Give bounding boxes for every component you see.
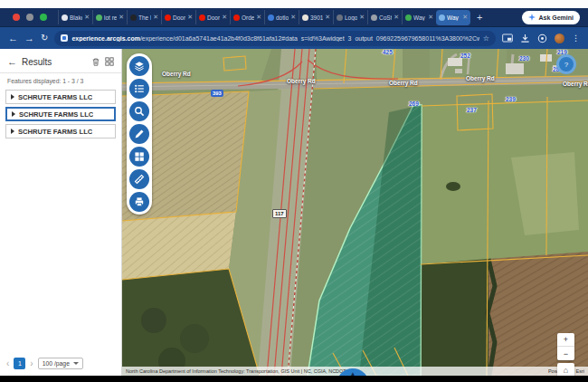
- tab-title: Orde: [242, 14, 254, 21]
- address-bar[interactable]: experience.arcgis.com/experience/d01a6a5…: [54, 31, 496, 46]
- tab-title: Blake: [70, 14, 82, 21]
- browser-tab[interactable]: 3901 ✕: [299, 10, 333, 24]
- road-label: Oberry Rd: [287, 78, 316, 84]
- tab-title: Way: [413, 14, 426, 21]
- basemap-tool-button[interactable]: [129, 147, 149, 167]
- browser-tab[interactable]: lot re ✕: [92, 10, 127, 24]
- highway-shield-badge: 117: [272, 209, 287, 218]
- map-point-marker[interactable]: ?: [556, 54, 576, 74]
- trash-icon[interactable]: [91, 57, 100, 67]
- tab-title: Way: [447, 14, 460, 21]
- parcel-number-label: 252: [460, 53, 470, 59]
- map-view[interactable]: Oberry RdOberry RdOberry RdOberry RdOber…: [122, 49, 588, 376]
- tab-close-icon[interactable]: ✕: [84, 14, 90, 21]
- tab-close-icon[interactable]: ✕: [359, 14, 365, 21]
- road-label: Oberry Rd: [563, 81, 588, 87]
- browser-tab[interactable]: Door ✕: [161, 10, 195, 24]
- toolbar-right-icons: ⋮: [502, 33, 580, 43]
- attribution-text: North Carolina Department of Information…: [126, 368, 357, 374]
- parcel-number-label: 237: [467, 107, 477, 113]
- tab-close-icon[interactable]: ✕: [325, 14, 330, 21]
- browser-tab[interactable]: Blake ✕: [58, 10, 92, 24]
- browser-tab[interactable]: dotlo ✕: [264, 10, 299, 24]
- expand-caret-icon[interactable]: [11, 129, 14, 134]
- fullscreen-window-button[interactable]: [40, 14, 47, 21]
- next-page-icon[interactable]: ›: [30, 358, 33, 368]
- profile-avatar[interactable]: [555, 33, 564, 43]
- browser-tab[interactable]: The F ✕: [127, 10, 161, 24]
- page-size-select[interactable]: 100 /page: [38, 358, 83, 369]
- tab-favicon: [130, 14, 137, 21]
- bottom-border: [0, 376, 588, 382]
- tab-title: Door: [207, 14, 220, 21]
- search-tool-button[interactable]: [129, 101, 149, 121]
- home-extent-button[interactable]: ⌂: [557, 363, 574, 376]
- tab-close-icon[interactable]: ✕: [462, 14, 468, 21]
- browser-tab[interactable]: Orde ✕: [230, 10, 264, 24]
- extensions-icon[interactable]: [537, 33, 547, 43]
- layers-tool-button[interactable]: [129, 56, 149, 76]
- zoom-in-button[interactable]: +: [557, 333, 574, 347]
- minimize-window-button[interactable]: [26, 14, 33, 21]
- browser-tab[interactable]: Logo ✕: [333, 10, 367, 24]
- road-label: Oberry Rd: [466, 75, 495, 81]
- expand-caret-icon[interactable]: [12, 111, 15, 117]
- page-size-value: 100 /page: [43, 360, 70, 367]
- pagination: ‹ 1 › 100 /page: [6, 358, 83, 369]
- zoom-out-button[interactable]: −: [557, 347, 574, 360]
- browser-tab[interactable]: CoSt ✕: [367, 10, 402, 24]
- satellite-map-canvas[interactable]: [122, 49, 588, 376]
- result-list-item[interactable]: SCHRUTE FARMS LLC: [5, 90, 116, 104]
- tab-close-icon[interactable]: ✕: [119, 14, 124, 21]
- tab-title: The F: [138, 14, 151, 21]
- bookmark-star-icon[interactable]: ☆: [483, 34, 489, 43]
- open-table-icon[interactable]: [105, 57, 114, 66]
- road-label: Oberry Rd: [389, 80, 418, 86]
- new-tab-button[interactable]: +: [470, 12, 488, 23]
- tab-close-icon[interactable]: ✕: [428, 14, 433, 21]
- titlebar-spacer: [0, 0, 588, 8]
- tab-favicon: [371, 14, 377, 21]
- panel-back-icon[interactable]: ←: [7, 56, 17, 67]
- tab-title: CoSt: [379, 14, 392, 21]
- browser-window: Blake ✕ lot re ✕ The F ✕ Door ✕ Door ✕ O: [0, 0, 588, 382]
- tab-favicon: [439, 14, 445, 21]
- tab-title: dotlo: [276, 14, 289, 21]
- legend-tool-button[interactable]: [129, 79, 149, 99]
- prev-page-icon[interactable]: ‹: [6, 358, 9, 368]
- tab-favicon: [268, 14, 274, 21]
- chevron-down-icon: [73, 362, 79, 365]
- picture-in-picture-icon[interactable]: [502, 33, 513, 43]
- browser-tab[interactable]: Way ✕: [436, 10, 470, 25]
- ask-gemini-label: Ask Gemini: [538, 14, 574, 21]
- window-controls[interactable]: [0, 14, 58, 21]
- tab-title: Door: [173, 14, 185, 21]
- reload-icon[interactable]: ↻: [41, 33, 48, 43]
- site-icon: [61, 34, 68, 42]
- tab-close-icon[interactable]: ✕: [256, 14, 261, 21]
- tab-favicon: [233, 14, 240, 21]
- tab-favicon: [62, 14, 68, 21]
- ask-gemini-button[interactable]: Ask Gemini: [522, 11, 580, 24]
- tab-close-icon[interactable]: ✕: [153, 14, 158, 21]
- browser-tab[interactable]: Way ✕: [402, 10, 436, 24]
- tab-close-icon[interactable]: ✕: [290, 14, 296, 21]
- measure-tool-button[interactable]: [129, 169, 149, 189]
- browser-tab[interactable]: Door ✕: [195, 10, 230, 24]
- browser-menu-icon[interactable]: ⋮: [572, 33, 580, 43]
- current-page-button[interactable]: 1: [14, 358, 25, 369]
- parcel-number-label: 269: [409, 100, 419, 107]
- tab-close-icon[interactable]: ✕: [394, 14, 399, 21]
- tab-favicon: [302, 14, 308, 21]
- tab-close-icon[interactable]: ✕: [222, 14, 227, 21]
- result-list-item[interactable]: SCHRUTE FARMS LLC: [5, 124, 116, 138]
- expand-caret-icon[interactable]: [11, 94, 14, 100]
- result-list-item[interactable]: SCHRUTE FARMS LLC: [5, 107, 116, 121]
- draw-tool-button[interactable]: [129, 124, 149, 144]
- forward-icon[interactable]: →: [24, 33, 34, 43]
- tab-close-icon[interactable]: ✕: [187, 14, 193, 21]
- close-window-button[interactable]: [13, 14, 20, 21]
- print-tool-button[interactable]: [129, 192, 149, 212]
- back-icon[interactable]: ←: [8, 33, 18, 43]
- download-icon[interactable]: [520, 33, 530, 43]
